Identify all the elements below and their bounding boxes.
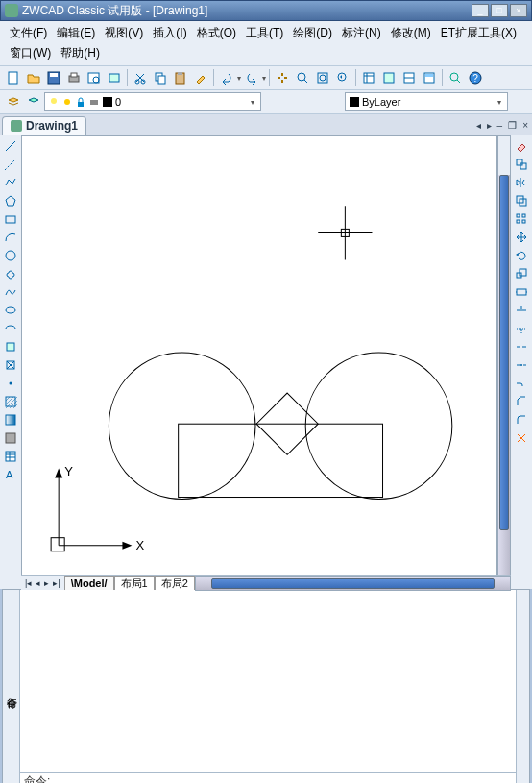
menu-tools[interactable]: 工具(T) (242, 23, 287, 43)
menu-insert[interactable]: 插入(I) (149, 23, 190, 43)
bylayer-input[interactable] (362, 96, 495, 108)
layer-dropdown[interactable]: ▾ (248, 98, 257, 107)
layer-name-input[interactable] (115, 96, 248, 108)
command-input[interactable] (54, 773, 516, 783)
menu-dimension[interactable]: 标注(N) (338, 23, 385, 43)
chamfer-tool[interactable] (513, 393, 530, 410)
doc-close-button[interactable]: × (520, 120, 530, 131)
explode-tool[interactable] (513, 429, 530, 447)
point-tool[interactable] (2, 375, 19, 392)
menu-edit[interactable]: 编辑(E) (53, 23, 99, 43)
first-layout-button[interactable]: |◂ (23, 578, 34, 588)
gradient-tool[interactable] (2, 411, 19, 428)
move-tool[interactable] (513, 229, 530, 246)
stretch-tool[interactable] (513, 283, 530, 301)
spline-tool[interactable] (2, 283, 19, 301)
polyline-tool[interactable] (2, 174, 19, 191)
rectangle-tool[interactable] (2, 210, 19, 228)
undo-dropdown[interactable]: ▾ (237, 74, 241, 83)
mirror-tool[interactable] (513, 174, 530, 191)
layer-manager-button[interactable] (4, 92, 23, 111)
fillet-tool[interactable] (513, 411, 530, 428)
mtext-tool[interactable]: A (2, 466, 19, 483)
tool-palettes-button[interactable] (399, 68, 419, 87)
layer-state-button[interactable] (24, 92, 43, 111)
color-dropdown[interactable]: ▾ (495, 98, 504, 107)
extend-tool[interactable] (513, 320, 530, 337)
last-layout-button[interactable]: ▸| (51, 578, 61, 588)
copy-button[interactable] (151, 68, 170, 87)
hatch-tool[interactable] (2, 393, 19, 410)
offset-tool[interactable] (513, 192, 530, 209)
join-tool[interactable] (513, 375, 530, 392)
color-combo[interactable]: ▾ (345, 92, 508, 111)
menu-file[interactable]: 文件(F) (6, 23, 51, 43)
table-tool[interactable] (2, 448, 19, 465)
next-layout-button[interactable]: ▸ (42, 578, 51, 588)
menu-window[interactable]: 窗口(W) (6, 43, 55, 63)
layer-combo[interactable]: ▾ (44, 92, 261, 111)
publish-button[interactable] (105, 68, 124, 87)
menu-help[interactable]: 帮助(H) (57, 43, 104, 63)
rotate-tool[interactable] (513, 247, 530, 264)
design-center-button[interactable] (379, 68, 399, 87)
canvas-vscrollbar[interactable] (497, 135, 511, 575)
break-tool[interactable] (513, 356, 530, 374)
properties-button[interactable] (359, 68, 378, 87)
prev-layout-button[interactable]: ◂ (34, 578, 42, 588)
region-tool[interactable] (2, 429, 19, 447)
break-point-tool[interactable] (513, 338, 530, 355)
menu-ettools[interactable]: ET扩展工具(X) (437, 23, 520, 43)
zoom-window-button[interactable] (313, 68, 332, 87)
cut-button[interactable] (131, 68, 150, 87)
trim-tool[interactable] (513, 302, 530, 319)
doc-next-button[interactable]: ▸ (485, 120, 494, 131)
polygon-tool[interactable] (2, 192, 19, 209)
command-history[interactable] (20, 590, 516, 772)
doc-restore-button[interactable]: ❐ (506, 120, 519, 131)
circle-tool[interactable] (2, 247, 19, 264)
pan-button[interactable] (273, 68, 292, 87)
ellipse-tool[interactable] (2, 302, 19, 319)
canvas-hscrollbar[interactable] (195, 576, 511, 591)
revcloud-tool[interactable] (2, 265, 19, 282)
doc-minimize-button[interactable]: – (496, 120, 505, 131)
xline-tool[interactable] (2, 156, 19, 173)
menu-format[interactable]: 格式(O) (193, 23, 240, 43)
make-block-tool[interactable] (2, 356, 19, 374)
close-button[interactable]: × (510, 4, 527, 17)
maximize-button[interactable]: □ (491, 4, 508, 17)
paste-button[interactable] (171, 68, 190, 87)
calc-button[interactable] (420, 68, 439, 87)
redo-dropdown[interactable]: ▾ (262, 74, 266, 83)
zoom-previous-button[interactable] (333, 68, 352, 87)
document-tab[interactable]: Drawing1 (2, 116, 86, 135)
print-button[interactable] (64, 68, 84, 87)
copy-tool[interactable] (513, 156, 530, 173)
save-button[interactable] (44, 68, 63, 87)
array-tool[interactable] (513, 210, 530, 228)
tab-layout1[interactable]: 布局1 (114, 576, 155, 591)
redo-button[interactable] (242, 68, 261, 87)
insert-block-tool[interactable] (2, 338, 19, 355)
command-vscrollbar[interactable] (516, 590, 529, 783)
print-preview-button[interactable] (85, 68, 104, 87)
erase-tool[interactable] (513, 137, 530, 155)
menu-modify[interactable]: 修改(M) (387, 23, 435, 43)
open-button[interactable] (24, 68, 43, 87)
menu-draw[interactable]: 绘图(D) (289, 23, 336, 43)
minimize-button[interactable]: _ (472, 4, 489, 17)
menu-view[interactable]: 视图(V) (101, 23, 147, 43)
zoom-extents-button[interactable] (446, 68, 465, 87)
new-button[interactable] (4, 68, 23, 87)
line-tool[interactable] (2, 137, 19, 155)
tab-model[interactable]: \ Model / (64, 576, 114, 591)
zoom-realtime-button[interactable] (293, 68, 312, 87)
tab-layout2[interactable]: 布局2 (155, 576, 195, 591)
drawing-canvas[interactable]: Y X (21, 135, 497, 575)
ellipse-arc-tool[interactable] (2, 320, 19, 337)
match-prop-button[interactable] (191, 68, 210, 87)
undo-button[interactable] (217, 68, 236, 87)
help-button[interactable]: ? (466, 68, 485, 87)
doc-prev-button[interactable]: ◂ (474, 120, 483, 131)
